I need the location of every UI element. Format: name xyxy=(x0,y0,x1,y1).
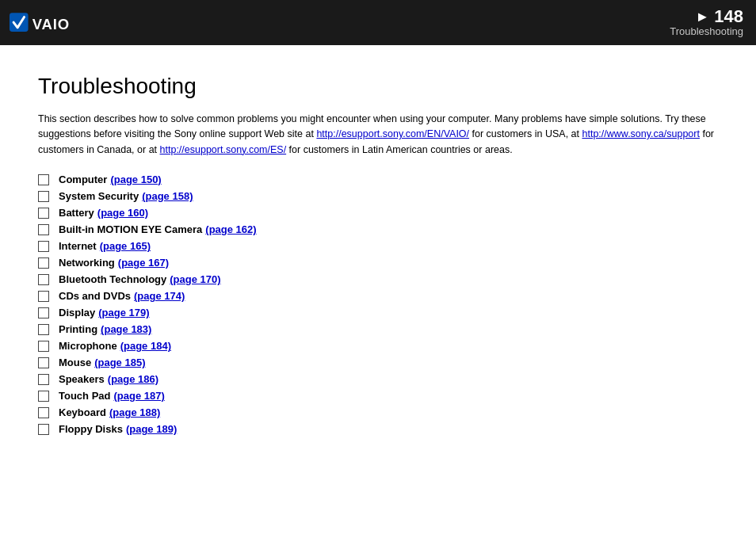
toc-item-link[interactable]: (page 174) xyxy=(134,290,185,302)
checkbox-icon xyxy=(38,424,49,435)
checkbox-icon xyxy=(38,391,49,402)
toc-item-link[interactable]: (page 184) xyxy=(120,340,171,352)
toc-item-label: Computer xyxy=(59,174,107,185)
toc-item-link[interactable]: (page 188) xyxy=(109,406,160,418)
toc-item-link[interactable]: (page 165) xyxy=(100,240,151,252)
toc-list-item: Battery (page 160) xyxy=(38,207,718,219)
toc-list-item: Networking (page 167) xyxy=(38,257,718,269)
toc-item-label: Mouse xyxy=(59,357,91,368)
toc-item-label: Printing xyxy=(59,323,97,335)
toc-item-link[interactable]: (page 185) xyxy=(94,357,145,368)
toc-item-link[interactable]: (page 183) xyxy=(101,323,151,335)
toc-item-label: Battery xyxy=(59,207,94,219)
toc-item-label: Internet xyxy=(59,240,97,252)
toc-item-label: Display xyxy=(59,307,95,318)
toc-list-item: Mouse (page 185) xyxy=(38,357,718,368)
checkbox-icon xyxy=(38,174,49,185)
toc-item-link[interactable]: (page 167) xyxy=(118,257,169,269)
toc-item-link[interactable]: (page 187) xyxy=(113,390,164,402)
toc-item-label: Bluetooth Technology xyxy=(59,273,166,285)
checkbox-icon xyxy=(38,374,49,385)
toc-list-item: Internet (page 165) xyxy=(38,240,718,252)
toc-item-label: Floppy Disks xyxy=(59,423,123,435)
ca-support-link[interactable]: http://www.sony.ca/support xyxy=(582,128,699,139)
page-number: 148 xyxy=(714,8,743,25)
toc-list-item: Built-in MOTION EYE Camera (page 162) xyxy=(38,223,718,235)
toc-list-item: Keyboard (page 188) xyxy=(38,406,718,418)
page-header: VAIO ► 148 Troubleshooting xyxy=(0,0,756,45)
us-support-link[interactable]: http://esupport.sony.com/EN/VAIO/ xyxy=(316,128,469,139)
toc-item-link[interactable]: (page 150) xyxy=(110,174,161,185)
toc-list-item: Bluetooth Technology (page 170) xyxy=(38,273,718,285)
checkbox-icon xyxy=(38,191,49,202)
checkbox-icon xyxy=(38,224,49,235)
checkbox-icon xyxy=(38,324,49,335)
toc-list-item: Floppy Disks (page 189) xyxy=(38,423,718,435)
toc-item-link[interactable]: (page 158) xyxy=(142,190,193,202)
toc-list-item: Computer (page 150) xyxy=(38,174,718,185)
toc-item-label: System Security xyxy=(59,190,139,202)
checkbox-icon xyxy=(38,407,49,418)
toc-list-item: System Security (page 158) xyxy=(38,190,718,202)
vaio-logo: VAIO xyxy=(10,10,90,36)
checkbox-icon xyxy=(38,357,49,368)
toc-item-label: Microphone xyxy=(59,340,117,352)
toc-list-item: Touch Pad (page 187) xyxy=(38,390,718,402)
toc-item-link[interactable]: (page 162) xyxy=(205,223,256,235)
header-info: ► 148 Troubleshooting xyxy=(670,8,743,37)
checkbox-icon xyxy=(38,341,49,352)
toc-item-label: Touch Pad xyxy=(59,390,110,402)
toc-item-link[interactable]: (page 179) xyxy=(98,307,149,318)
toc-item-link[interactable]: (page 160) xyxy=(97,207,148,219)
intro-paragraph: This section describes how to solve comm… xyxy=(38,112,718,158)
checkbox-icon xyxy=(38,257,49,269)
toc-item-label: Speakers xyxy=(59,373,105,385)
checkbox-icon xyxy=(38,241,49,252)
checkbox-icon xyxy=(38,208,49,219)
toc-list: Computer (page 150)System Security (page… xyxy=(38,174,718,435)
header-arrow-icon: ► xyxy=(695,9,709,25)
toc-item-label: Built-in MOTION EYE Camera xyxy=(59,223,202,235)
toc-item-link[interactable]: (page 186) xyxy=(108,373,158,385)
toc-item-label: Keyboard xyxy=(59,406,106,418)
toc-list-item: Microphone (page 184) xyxy=(38,340,718,352)
toc-item-link[interactable]: (page 170) xyxy=(170,273,220,285)
toc-list-item: Speakers (page 186) xyxy=(38,373,718,385)
checkbox-icon xyxy=(38,274,49,285)
main-content: Troubleshooting This section describes h… xyxy=(0,45,756,456)
svg-rect-0 xyxy=(10,13,29,32)
section-title: Troubleshooting xyxy=(670,25,743,37)
es-support-link[interactable]: http://esupport.sony.com/ES/ xyxy=(160,144,287,155)
checkbox-icon xyxy=(38,307,49,318)
toc-list-item: CDs and DVDs (page 174) xyxy=(38,290,718,302)
toc-item-label: Networking xyxy=(59,257,115,269)
svg-text:VAIO: VAIO xyxy=(32,16,70,32)
toc-list-item: Display (page 179) xyxy=(38,307,718,318)
page-title: Troubleshooting xyxy=(38,74,718,99)
checkbox-icon xyxy=(38,291,49,302)
toc-item-link[interactable]: (page 189) xyxy=(126,423,177,435)
toc-list-item: Printing (page 183) xyxy=(38,323,718,335)
toc-item-label: CDs and DVDs xyxy=(59,290,131,302)
